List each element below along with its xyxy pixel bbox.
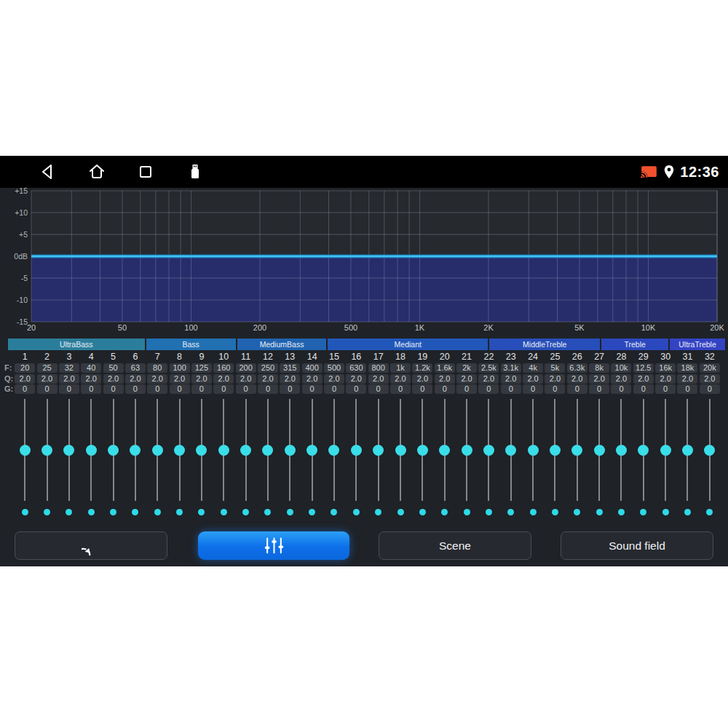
freq-value-pill[interactable]: 32 [59,363,79,373]
gain-value-pill[interactable]: 0 [633,384,654,394]
equalizer-button[interactable] [198,531,349,560]
reset-button[interactable] [15,531,167,560]
slider-track[interactable] [687,399,688,501]
slider-knob[interactable] [417,445,428,456]
band-dot[interactable] [154,509,161,515]
slider-knob[interactable] [682,445,693,456]
slider-track[interactable] [201,399,202,501]
q-value-pill[interactable]: 2.0 [302,374,323,384]
q-value-pill[interactable]: 2.0 [501,374,521,384]
gain-value-pill[interactable]: 0 [213,384,234,394]
gain-value-pill[interactable]: 0 [456,384,477,394]
recents-icon[interactable] [137,163,154,181]
gain-value-pill[interactable]: 0 [170,384,190,394]
band-dot[interactable] [44,509,50,515]
gain-value-pill[interactable]: 0 [700,384,720,394]
slider-track[interactable] [68,399,70,501]
band-dot[interactable] [132,509,138,515]
gain-value-pill[interactable]: 0 [103,384,124,394]
slider-track[interactable] [24,399,25,501]
slider-track[interactable] [179,399,181,501]
freq-value-pill[interactable]: 12.5 [633,363,654,373]
slider-knob[interactable] [196,445,207,456]
slider-track[interactable] [267,399,269,501]
freq-value-pill[interactable]: 250 [258,363,278,373]
gain-value-pill[interactable]: 0 [501,384,521,394]
slider-track[interactable] [665,399,666,501]
slider-track[interactable] [643,399,644,501]
freq-value-pill[interactable]: 200 [236,363,256,373]
slider-knob[interactable] [262,445,273,456]
band-dot[interactable] [110,509,116,515]
gain-value-pill[interactable]: 0 [523,384,543,394]
freq-value-pill[interactable]: 63 [125,363,146,373]
freq-value-pill[interactable]: 800 [368,363,389,373]
slider-track[interactable] [422,399,423,501]
slider-knob[interactable] [351,445,362,456]
freq-value-pill[interactable]: 50 [103,363,124,373]
gain-value-pill[interactable]: 0 [478,384,499,394]
band-dot[interactable] [397,509,404,515]
band-dot[interactable] [375,509,381,515]
gain-value-pill[interactable]: 0 [435,384,455,394]
home-icon[interactable] [88,163,106,181]
slider-knob[interactable] [20,445,31,456]
slider-knob[interactable] [108,445,119,456]
freq-value-pill[interactable]: 2k [456,363,477,373]
q-value-pill[interactable]: 2.0 [213,374,234,384]
slider-knob[interactable] [505,445,516,456]
q-value-pill[interactable]: 2.0 [545,374,565,384]
slider-track[interactable] [554,399,555,501]
slider-knob[interactable] [218,445,229,456]
freq-value-pill[interactable]: 315 [280,363,300,373]
band-dot[interactable] [287,509,293,515]
slider-knob[interactable] [550,445,561,456]
q-value-pill[interactable]: 2.0 [103,374,124,384]
q-value-pill[interactable]: 2.0 [191,374,212,384]
freq-value-pill[interactable]: 6.3k [567,363,587,373]
freq-value-pill[interactable]: 25 [37,363,58,373]
band-dot[interactable] [441,509,448,515]
q-value-pill[interactable]: 2.0 [435,374,455,384]
gain-value-pill[interactable]: 0 [324,384,344,394]
q-value-pill[interactable]: 2.0 [59,374,79,384]
slider-knob[interactable] [395,445,406,456]
band-dot[interactable] [309,509,315,515]
band-dot[interactable] [176,509,183,515]
slider-knob[interactable] [638,445,649,456]
slider-knob[interactable] [439,445,450,456]
band-dot[interactable] [507,509,514,515]
freq-value-pill[interactable]: 100 [170,363,190,373]
gain-value-pill[interactable]: 0 [589,384,609,394]
q-value-pill[interactable]: 2.0 [478,374,499,384]
slider-track[interactable] [620,399,622,501]
slider-track[interactable] [598,399,600,501]
slider-track[interactable] [488,399,489,501]
q-value-pill[interactable]: 2.0 [346,374,366,384]
freq-value-pill[interactable]: 5k [545,363,565,373]
gain-value-pill[interactable]: 0 [147,384,167,394]
slider-track[interactable] [47,399,48,501]
band-dot[interactable] [684,509,691,515]
slider-track[interactable] [135,399,136,501]
freq-value-pill[interactable]: 1.6k [435,363,455,373]
slider-track[interactable] [532,399,534,501]
freq-value-pill[interactable]: 630 [346,363,366,373]
slider-knob[interactable] [660,445,671,456]
freq-value-pill[interactable]: 8k [589,363,609,373]
slider-knob[interactable] [63,445,74,456]
scene-button[interactable]: Scene [379,531,531,560]
gain-value-pill[interactable]: 0 [81,384,101,394]
gain-value-pill[interactable]: 0 [59,384,79,394]
q-value-pill[interactable]: 2.0 [147,374,167,384]
gain-value-pill[interactable]: 0 [655,384,676,394]
slider-knob[interactable] [328,445,339,456]
q-value-pill[interactable]: 2.0 [170,374,190,384]
freq-value-pill[interactable]: 160 [213,363,234,373]
slider-knob[interactable] [616,445,627,456]
q-value-pill[interactable]: 2.0 [258,374,278,384]
slider-track[interactable] [577,399,578,501]
slider-track[interactable] [113,399,114,501]
q-value-pill[interactable]: 2.0 [456,374,477,384]
band-dot[interactable] [552,509,558,515]
